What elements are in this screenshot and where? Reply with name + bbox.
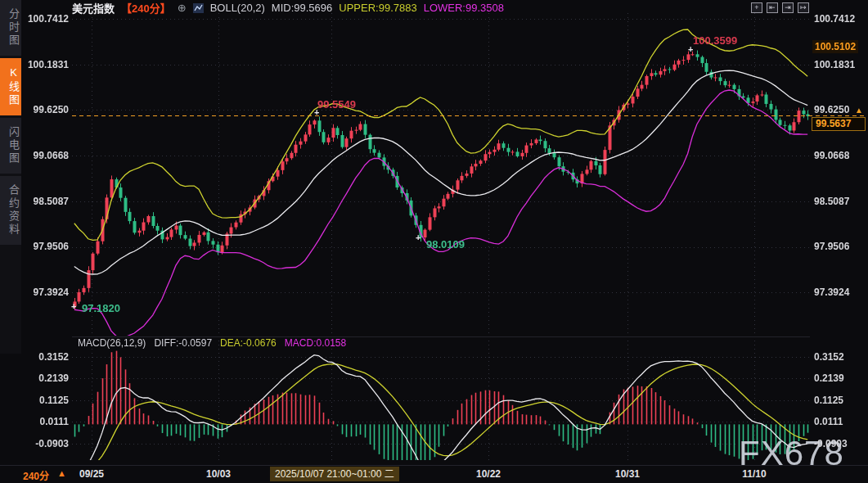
swing-high-annotation: 99.5549 xyxy=(317,98,356,111)
price-tick: 99.0668 xyxy=(814,150,866,161)
macd-tick: 0.0111 xyxy=(814,416,866,427)
price-tick: 100.1831 xyxy=(814,59,866,70)
price-tick: 100.7412 xyxy=(814,13,866,25)
macd-tick: 0.1125 xyxy=(814,395,866,406)
boll-upper-value: UPPER:99.7883 xyxy=(339,2,416,14)
macd-dea-value: DEA:-0.0676 xyxy=(220,337,277,349)
macd-hist-value: MACD:0.0158 xyxy=(285,337,346,349)
macd-tick: -0.0903 xyxy=(0,438,69,449)
sidebar-tab-time-chart[interactable]: 分时图 xyxy=(0,0,21,56)
add-indicator-icon[interactable]: ⊕ xyxy=(178,2,187,14)
panel-collapse-icon[interactable]: ↦ xyxy=(798,2,809,13)
crosshair-date-tooltip: 2025/10/07 21:00~01:00 二 xyxy=(270,467,399,481)
period-selector[interactable]: 240分 xyxy=(23,468,49,482)
scale-right-icon[interactable]: ⇥ xyxy=(782,2,794,13)
chart-header: 美元指数 【240分】 ⊕ BOLL(20,2) MID:99.5696 UPP… xyxy=(72,1,504,15)
macd-header: MACD(26,12,9) DIFF:-0.0597 DEA:-0.0676 M… xyxy=(78,337,346,349)
date-label: 11/10 xyxy=(742,468,766,480)
time-axis-bar: 240分 ▲ 09/25 10/03 10/22 10/31 11/10 202… xyxy=(0,465,868,483)
last-price-box: 99.5637 xyxy=(812,117,866,131)
swing-high-annotation: 100.3599 xyxy=(693,34,737,47)
boll-indicator-icon[interactable] xyxy=(193,3,204,13)
macd-tick: 0.1125 xyxy=(0,395,69,406)
swing-marker-cross-icon: + xyxy=(416,232,421,242)
crosshair-icon[interactable]: + xyxy=(751,2,762,13)
date-label: 10/31 xyxy=(615,468,640,480)
price-tick: 98.5087 xyxy=(814,196,866,207)
date-label: 10/03 xyxy=(206,468,231,480)
sidebar: 分时图 K线图 闪电图 合约资料 xyxy=(0,0,21,354)
macd-tick: 0.2139 xyxy=(0,372,69,384)
kline-app-window: 分时图 K线图 闪电图 合约资料 美元指数 【240分】 ⊕ BOLL(20,2… xyxy=(0,0,868,483)
macd-tick: 0.2139 xyxy=(814,372,866,384)
date-label: 10/22 xyxy=(476,468,501,480)
macd-params: MACD(26,12,9) xyxy=(78,337,146,349)
sidebar-tab-contract-info[interactable]: 合约资料 xyxy=(0,176,21,245)
date-label: 09/25 xyxy=(79,468,104,480)
price-position-arrow-icon[interactable]: ▲ xyxy=(855,106,863,115)
period-label[interactable]: 【240分】 xyxy=(121,0,171,16)
session-high-label: 100.5102 xyxy=(812,40,858,53)
swing-marker-cross-icon: + xyxy=(71,301,76,311)
price-tick: 97.9506 xyxy=(814,241,866,252)
swing-low-annotation: 98.0109 xyxy=(426,238,465,251)
boll-mid-value: MID:99.5696 xyxy=(272,2,332,14)
macd-diff-value: DIFF:-0.0597 xyxy=(154,337,212,349)
chart-toolbar: + ⇤ ⇥ ↦ xyxy=(751,2,809,13)
macd-tick: -0.0903 xyxy=(814,438,866,449)
sidebar-tab-lightning-chart[interactable]: 闪电图 xyxy=(0,118,21,174)
swing-low-annotation: 97.1820 xyxy=(82,302,120,314)
period-up-icon[interactable]: ▲ xyxy=(57,468,66,478)
macd-tick: 0.0111 xyxy=(0,416,69,427)
boll-lower-value: LOWER:99.3508 xyxy=(424,2,504,14)
macd-tick: 0.3152 xyxy=(814,351,866,363)
sidebar-tab-kline-chart[interactable]: K线图 xyxy=(0,58,21,115)
scale-left-icon[interactable]: ⇤ xyxy=(767,2,778,13)
boll-params: BOLL(20,2) xyxy=(210,2,265,14)
price-tick: 97.3924 xyxy=(814,287,866,298)
symbol-name: 美元指数 xyxy=(72,0,115,16)
